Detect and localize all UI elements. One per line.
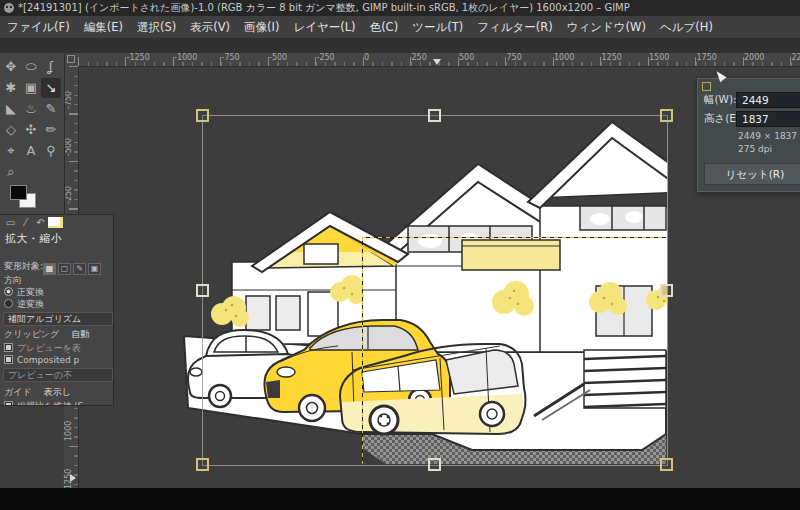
dpi-info: 275 dpi (738, 144, 772, 154)
smudge-tool-icon[interactable]: ✏ (41, 120, 61, 140)
move-tool-icon[interactable]: ✥ (1, 57, 21, 77)
tool-options-title: 拡大・縮小 (5, 232, 63, 246)
hruler-label--750: -750 (222, 53, 240, 62)
scale-dialog-icon (702, 82, 711, 91)
radio-正変換[interactable] (4, 287, 13, 296)
zoom-tool-icon[interactable]: ⌕ (1, 162, 21, 182)
gimp-window: { "titlebar": { "title": "*[24191301] (イ… (0, 0, 800, 510)
toolbox-panel: ✥⬭ʆ✱▣↘◣♨✎◇✣✏⌖A⚲⌕ (0, 53, 65, 215)
paths-tool-icon[interactable]: ⌖ (1, 141, 21, 161)
image-thumbnail-row[interactable]: ▭⁄↶ (3, 217, 111, 231)
foreground-color-swatch[interactable] (10, 185, 27, 200)
reset-button[interactable]: リセット(R) (704, 163, 800, 185)
menu-色[interactable]: 色(C) (363, 16, 406, 38)
crop-tool-icon[interactable]: ▣ (21, 78, 41, 98)
checkbox-プレビューを表[interactable] (4, 343, 13, 352)
color-swatches[interactable] (10, 185, 40, 211)
vruler-label-1000: 1000 (64, 421, 73, 441)
hruler-label-1500: 1500 (649, 53, 669, 62)
combo-value-ガイド[interactable]: 表示し (44, 387, 71, 397)
hruler-label-1250: 1250 (602, 53, 622, 62)
scale-dialog: 幅(W): 2449 高さ(E): 1837 2449 × 1837 275 d… (697, 78, 800, 192)
bucket-fill-tool-icon[interactable]: ◣ (1, 99, 21, 119)
text-tool-icon[interactable]: A (21, 141, 41, 161)
dock-header-icon-2[interactable]: ↶ (33, 217, 48, 228)
tool-option-変形対象:[interactable]: 変形対象:▦▢✎▣ (4, 260, 112, 272)
tool-option-ガイド[interactable]: ガイド表示し (4, 386, 112, 398)
ruler-origin-button[interactable] (64, 53, 79, 67)
scale-transform-box[interactable] (202, 115, 668, 466)
menu-選択[interactable]: 選択(S) (130, 16, 183, 38)
dock-header-icon-0[interactable]: ▭ (3, 217, 18, 228)
eraser-tool-icon[interactable]: ◇ (1, 120, 21, 140)
transform-handle-tl[interactable] (196, 109, 209, 122)
tool-option-方向[interactable]: 方向 (4, 274, 112, 286)
menu-レイヤー[interactable]: レイヤー(L) (286, 16, 362, 38)
transform-handle-tr[interactable] (660, 109, 673, 122)
transform-handle-mr[interactable] (660, 284, 673, 297)
tool-option-正変換[interactable]: 正変換 (4, 286, 112, 298)
vruler-label--500: -500 (64, 138, 73, 156)
transform-handle-bm[interactable] (428, 458, 441, 471)
hruler-label--1250: -1250 (127, 53, 150, 62)
hruler-label--1000: -1000 (174, 53, 197, 62)
scale-tool-icon[interactable]: ↘ (41, 78, 61, 98)
free-select-tool-icon[interactable]: ʆ (41, 57, 61, 77)
tool-option-Composited p[interactable]: Composited p (4, 354, 112, 366)
menu-ファイル[interactable]: ファイル(F) (0, 16, 77, 38)
transform-handle-tm[interactable] (428, 109, 441, 122)
tool-option-縦横比を維持 (S[interactable]: 縦横比を維持 (S (4, 400, 112, 406)
menu-画像[interactable]: 画像(I) (237, 16, 286, 38)
dock-header-icon-1[interactable]: ⁄ (18, 217, 33, 228)
hruler-label-250: 250 (412, 53, 427, 62)
tool-option-補間アルゴリズム[interactable]: 補間アルゴリズム (3, 312, 113, 326)
transform-handle-bl[interactable] (196, 458, 209, 471)
ellipse-select-tool-icon[interactable]: ⬭ (21, 57, 41, 77)
hruler-label-500: 500 (459, 53, 474, 62)
hruler-label-0: 0 (364, 53, 369, 62)
tool-grid: ✥⬭ʆ✱▣↘◣♨✎◇✣✏⌖A⚲⌕ (1, 57, 63, 183)
clone-tool-icon[interactable]: ✣ (21, 120, 41, 140)
hruler-label-750: 750 (507, 53, 522, 62)
tool-option-プレビューを表[interactable]: プレビューを表 (4, 342, 112, 354)
transform-handle-br[interactable] (660, 458, 673, 471)
menu-ヘルプ[interactable]: ヘルプ(H) (653, 16, 720, 38)
menu-ツール[interactable]: ツール(T) (405, 16, 470, 38)
paintbrush-tool-icon[interactable]: ✎ (41, 99, 61, 119)
gimp-logo-icon (4, 3, 14, 13)
width-input[interactable]: 2449 (736, 92, 800, 108)
height-input[interactable]: 1837 (736, 111, 800, 127)
menu-編集[interactable]: 編集(E) (77, 16, 130, 38)
vruler-label--250: -250 (64, 185, 73, 203)
hruler-label-1750: 1750 (697, 53, 717, 62)
combo-value-クリッピング[interactable]: 自動 (71, 329, 89, 339)
hruler-label-2000: 2000 (744, 53, 764, 62)
tool-option-逆変換[interactable]: 逆変換 (4, 298, 112, 310)
menu-bar: ファイル(F)編集(E)選択(S)表示(V)画像(I)レイヤー(L)色(C)ツー… (0, 16, 800, 39)
tool-options-panel: ▭⁄↶ 拡大・縮小 変形対象:▦▢✎▣方向正変換逆変換補間アルゴリズムクリッピン… (0, 214, 114, 406)
hruler-label-2250: 2250 (792, 53, 800, 62)
ruler-pointer-marker-h (433, 59, 441, 65)
size-info: 2449 × 1837 (738, 131, 797, 141)
menu-表示[interactable]: 表示(V) (183, 16, 237, 38)
checkbox-Composited p[interactable] (4, 355, 13, 364)
width-label: 幅(W): (704, 93, 737, 107)
fuzzy-select-tool-icon[interactable]: ✱ (1, 78, 21, 98)
title-bar[interactable]: *[24191301] (インポートされた画像)-1.0 (RGB カラー 8 … (0, 0, 800, 16)
gradient-tool-icon[interactable]: ♨ (21, 99, 41, 119)
window-title: *[24191301] (インポートされた画像)-1.0 (RGB カラー 8 … (18, 2, 630, 13)
tool-option-クリッピング[interactable]: クリッピング自動 (4, 328, 112, 340)
color-picker-tool-icon[interactable]: ⚲ (41, 141, 61, 161)
radio-逆変換[interactable] (4, 299, 13, 308)
transform-handle-ml[interactable] (196, 284, 209, 297)
hruler-label-1000: 1000 (554, 53, 574, 62)
menu-フィルター[interactable]: フィルター(R) (470, 16, 560, 38)
checkbox-縦横比を維持 (S[interactable] (4, 401, 13, 406)
tool-option-プレビューの不[interactable]: プレビューの不 (3, 368, 113, 382)
active-image-thumbnail[interactable] (48, 217, 63, 228)
vruler-label--750: -750 (64, 90, 73, 108)
bottom-letterbox (0, 488, 800, 510)
hruler-label--250: -250 (317, 53, 335, 62)
hruler-label--500: -500 (269, 53, 287, 62)
menu-ウィンドウ[interactable]: ウィンドウ(W) (560, 16, 653, 38)
